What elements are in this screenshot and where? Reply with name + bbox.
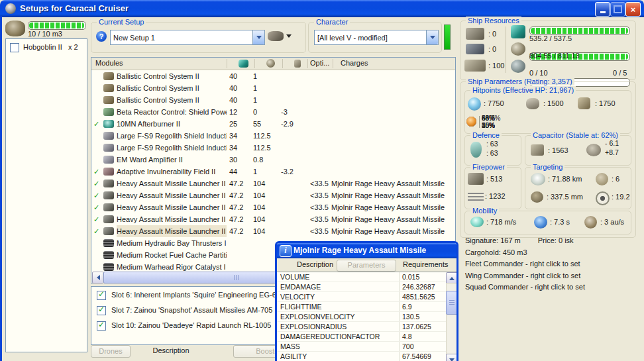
module-powergrid: 112.5 (253, 142, 280, 154)
module-charge: Mjolnir Rage Heavy Assault Missile (331, 189, 454, 201)
module-cpu: 44 (229, 166, 252, 178)
description-caption: Description (134, 346, 207, 354)
module-cpu: 34 (229, 130, 252, 142)
param-row[interactable]: EMDAMAGE 246.32687 (277, 282, 446, 292)
capacitor-column-icon (294, 60, 301, 68)
volley-icon (468, 173, 484, 185)
module-icon (103, 227, 114, 235)
title-bar: Setups for Caracal Cruiser × (0, 0, 644, 17)
current-setup-group: Current Setup ? New Setup 1 (91, 22, 306, 53)
help-icon[interactable]: ? (96, 31, 107, 42)
tab-parameters[interactable]: Parameters (337, 260, 396, 272)
squad-commander-text[interactable]: Squad Commander - right click to set (465, 282, 635, 293)
module-cpu: 25 (229, 118, 252, 130)
implant-checkbox[interactable] (97, 321, 106, 331)
setup-combobox[interactable]: New Setup 1 (110, 30, 265, 45)
module-icon (103, 144, 114, 152)
popup-param-table: VOLUME 0.015 EMDAMAGE 246.32687 VELOCITY… (277, 272, 456, 361)
module-row[interactable]: ✓ EM Ward Amplifier II 30 0.8 (91, 154, 455, 166)
module-cap-use: -3.2 (281, 166, 307, 178)
module-row[interactable]: ✓ Heavy Assault Missile Launcher II 47.2… (91, 178, 455, 189)
param-name: MASS (280, 342, 300, 351)
module-row[interactable]: ✓ Heavy Assault Missile Launcher II 47.2… (91, 201, 455, 213)
module-cpu: 47.2 (229, 201, 252, 213)
caret-down-icon (286, 34, 292, 38)
param-row[interactable]: DAMAGEREDUCTIONFACTOR 4.8 (277, 332, 446, 342)
module-row[interactable]: ✓ Heavy Assault Missile Launcher II 47.2… (91, 213, 455, 225)
param-row[interactable]: EXPLOSIONVELOCITY 130.5 (277, 312, 446, 322)
drone-bandwidth-text: 0 / 10 (529, 69, 548, 77)
speed-value: : 718 m/s (486, 218, 516, 226)
param-row[interactable]: VELOCITY 4851.5625 (277, 292, 446, 302)
mobility-group: Mobility : 718 m/s : 7.3 s : 3 au/s (464, 211, 631, 234)
dps-value: : 1232 (485, 192, 506, 200)
fleet-commander-text[interactable]: Fleet Commander - right click to set (465, 258, 635, 270)
module-icon (103, 156, 114, 164)
ship-parameters-label: Ship Parameters (Rating: 3,357) (466, 77, 574, 85)
chevron-down-icon[interactable] (252, 30, 264, 44)
drone-bay-icon (5, 21, 25, 36)
tab-description[interactable]: Description (297, 260, 333, 268)
minimize-button[interactable] (595, 2, 610, 17)
module-name: Heavy Assault Missile Launcher II (117, 178, 227, 189)
ship-resources-group: Ship Resources : 0 : 0 : 100 535.2 / 537… (460, 21, 636, 80)
maximize-button[interactable] (610, 2, 625, 17)
chevron-down-icon[interactable] (426, 30, 438, 44)
module-row[interactable]: ✓ Large F-S9 Regolith Shield Induction 3… (91, 130, 455, 142)
module-row[interactable]: ✓ Ballistic Control System II 40 1 (91, 70, 455, 82)
defence-label: Defence (470, 131, 502, 139)
hitpoints-label: Hitpoints (Effective HP: 21,967) (470, 86, 576, 94)
param-row[interactable]: FLIGHTTIME 6.9 (277, 302, 446, 312)
module-charge: Mjolnir Rage Heavy Assault Missile (331, 201, 454, 213)
module-row[interactable]: ✓ 10MN Afterburner II 25 55 -2.9 (91, 118, 455, 130)
module-row[interactable]: ✓ Beta Reactor Control: Shield Power ...… (91, 106, 455, 118)
module-name: Ballistic Control System II (117, 70, 227, 82)
drone-checkbox[interactable] (10, 43, 19, 52)
param-value: 0.015 (402, 272, 419, 282)
module-powergrid: 1 (253, 94, 280, 106)
ship-menu-button[interactable] (268, 28, 294, 44)
module-row[interactable]: ✓ Ballistic Control System II 40 1 (91, 94, 455, 106)
module-powergrid: 1 (253, 166, 280, 178)
module-row[interactable]: ✓ Large F-S9 Regolith Shield Induction 3… (91, 142, 455, 154)
powergrid-text: 804.55 / 811.13 (529, 52, 580, 60)
shield-hp-icon (468, 97, 481, 111)
fitted-check-icon: ✓ (93, 225, 103, 237)
module-cap-use: -3 (281, 106, 307, 118)
tab-requirements[interactable]: Requirements (403, 260, 448, 268)
targeting-range-value: : 71.88 km (548, 175, 582, 183)
module-cpu: 40 (229, 70, 252, 82)
scroll-thumb[interactable] (446, 291, 458, 315)
param-row[interactable]: MASS 700 (277, 342, 446, 352)
character-combobox[interactable]: [All level V - modified] (314, 30, 439, 45)
launcher-hardpoints-icon (466, 44, 484, 54)
scan-resolution-icon (531, 191, 543, 203)
close-button[interactable]: × (625, 2, 641, 17)
module-icon (103, 120, 114, 128)
popup-vscrollbar[interactable] (446, 272, 456, 361)
implant-checkbox[interactable] (97, 291, 106, 300)
implant-checkbox[interactable] (97, 306, 106, 315)
fitted-check-icon: ✓ (93, 201, 103, 213)
scroll-down-button[interactable] (446, 354, 458, 361)
drone-list[interactable]: Hobgoblin II x 2 (5, 38, 87, 352)
module-name: Beta Reactor Control: Shield Power ... (117, 106, 227, 118)
drone-list-item[interactable]: Hobgoblin II x 2 (6, 42, 87, 54)
param-value: 6.9 (402, 302, 412, 311)
module-charge: Mjolnir Rage Heavy Assault Missile (331, 225, 454, 237)
wing-commander-text[interactable]: Wing Commander - right click to set (465, 270, 635, 282)
fitted-check-icon: ✓ (93, 213, 103, 225)
param-row[interactable]: VOLUME 0.015 (277, 272, 446, 282)
popup-title: Mjolnir Rage Heavy Assault Missile (294, 246, 426, 255)
module-row[interactable]: ✓ Ballistic Control System II 40 1 (91, 82, 455, 94)
param-row[interactable]: AGILITY 67.54669 (277, 352, 446, 361)
module-row[interactable]: ✓ Heavy Assault Missile Launcher II 47.2… (91, 225, 455, 237)
module-name: Heavy Assault Missile Launcher II (117, 201, 227, 213)
module-optimal: <33.5 (310, 178, 331, 189)
param-row[interactable]: EXPLOSIONRADIUS 137.0625 (277, 322, 446, 332)
module-row[interactable]: ✓ Heavy Assault Missile Launcher II 47.2… (91, 189, 455, 201)
module-row[interactable]: ✓ Adaptive Invulnerability Field II 44 1… (91, 166, 455, 178)
drones-tab-button[interactable]: Drones (91, 345, 131, 358)
param-name: EMDAMAGE (280, 282, 321, 291)
cpu-text: 535.2 / 537.5 (529, 34, 572, 42)
